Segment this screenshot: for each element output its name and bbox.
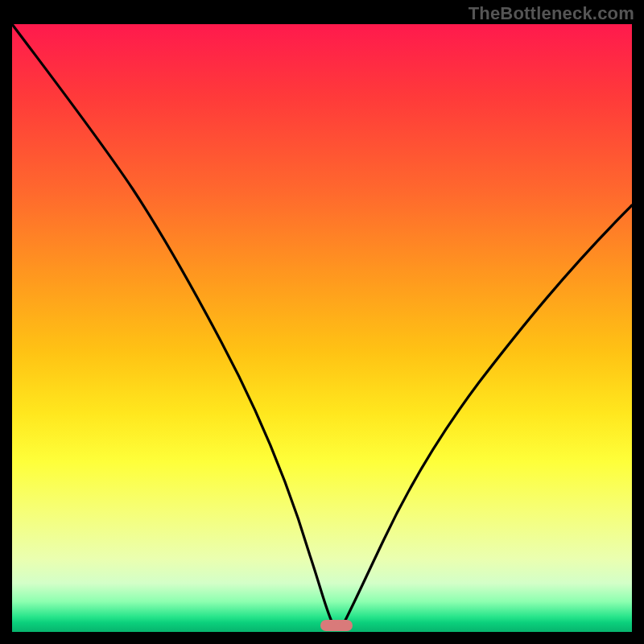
plot-area <box>12 24 632 632</box>
bottleneck-curve-path <box>12 24 632 626</box>
watermark-text: TheBottleneck.com <box>469 3 634 24</box>
curve-svg <box>12 24 632 632</box>
chart-stage: TheBottleneck.com <box>0 0 644 644</box>
optimal-marker <box>320 620 353 631</box>
